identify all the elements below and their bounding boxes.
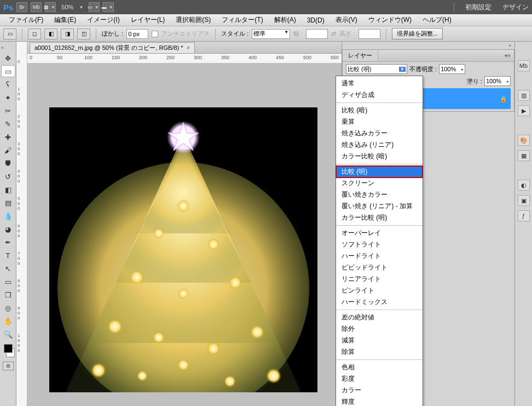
- blend-option[interactable]: スクリーン: [336, 178, 423, 189]
- blend-option[interactable]: リニアライト: [336, 273, 423, 285]
- layers-tab[interactable]: レイヤー: [343, 50, 378, 61]
- shape-tool-icon[interactable]: ▭: [1, 276, 15, 288]
- blend-option[interactable]: 焼き込み (リニア): [336, 139, 423, 151]
- panel-menu-icon[interactable]: ▾≡: [505, 53, 511, 59]
- swatches-icon[interactable]: ▦: [518, 150, 530, 161]
- color-swatches[interactable]: [0, 344, 16, 357]
- menu-view[interactable]: 表示(V): [330, 14, 363, 26]
- minibridge-button[interactable]: Mb: [31, 2, 42, 12]
- blend-option[interactable]: カラー比較 (暗): [336, 151, 423, 162]
- document-tab[interactable]: a0001_012652_m.jpg @ 50% (背景 のコピー, RGB/8…: [30, 42, 195, 53]
- foreground-swatch[interactable]: [4, 344, 13, 353]
- opacity-input[interactable]: 100%▸: [439, 64, 465, 74]
- dodge-tool-icon[interactable]: ◕: [1, 223, 15, 235]
- blend-option[interactable]: 焼き込みカラー: [336, 128, 423, 139]
- close-tab-icon[interactable]: ×: [187, 44, 190, 51]
- blend-option[interactable]: 覆い焼きカラー: [336, 189, 423, 201]
- blend-option[interactable]: 彩度: [336, 373, 423, 385]
- menu-3d[interactable]: 3D(D): [302, 15, 330, 26]
- healing-tool-icon[interactable]: ✚: [1, 131, 15, 143]
- blend-option[interactable]: カラー比較 (明): [336, 212, 423, 224]
- eyedropper-tool-icon[interactable]: ✎: [1, 118, 15, 130]
- blend-option[interactable]: 比較 (暗): [336, 105, 423, 116]
- adjustments-icon[interactable]: ◐: [518, 180, 530, 191]
- zoom-tool-icon[interactable]: 🔍: [1, 328, 15, 340]
- color-icon[interactable]: 🎨: [518, 135, 530, 146]
- actions-icon[interactable]: ▶: [518, 105, 530, 116]
- blend-option[interactable]: 通常: [336, 78, 423, 89]
- crop-tool-icon[interactable]: ✂: [1, 105, 15, 117]
- eraser-tool-icon[interactable]: ◧: [1, 184, 15, 196]
- menu-image[interactable]: イメージ(I): [82, 14, 125, 26]
- style-select[interactable]: 標準 ▼: [252, 29, 290, 39]
- toolbox-collapse-icon[interactable]: «: [0, 44, 16, 52]
- selmode-sub-icon[interactable]: ◨: [61, 28, 74, 39]
- gradient-tool-icon[interactable]: ▤: [1, 197, 15, 209]
- view-extras-button[interactable]: ▭▼: [89, 2, 100, 12]
- viewarrange-button[interactable]: ▦▼: [45, 2, 56, 12]
- blend-option[interactable]: 乗算: [336, 116, 423, 128]
- menu-layer[interactable]: レイヤー(L): [125, 14, 171, 26]
- marquee-tool-icon[interactable]: ▭: [1, 65, 15, 77]
- quickmask-icon[interactable]: [3, 362, 14, 370]
- hand-tool-icon[interactable]: ✋: [1, 315, 15, 327]
- blend-option[interactable]: 比較 (明): [336, 166, 423, 178]
- menu-analysis[interactable]: 解析(A): [269, 14, 302, 26]
- blend-option[interactable]: 除算: [336, 346, 423, 358]
- blend-option[interactable]: ソフトライト: [336, 239, 423, 250]
- lasso-tool-icon[interactable]: ʕ: [1, 78, 15, 90]
- refine-edge-button[interactable]: 境界線を調整...: [392, 28, 443, 39]
- fill-input[interactable]: 100%▸: [484, 76, 511, 86]
- blur-tool-icon[interactable]: 💧: [1, 210, 15, 222]
- workspace-essentials[interactable]: 初期設定: [465, 3, 491, 12]
- wand-tool-icon[interactable]: ✦: [1, 92, 15, 104]
- feather-input[interactable]: [126, 29, 148, 39]
- menu-help[interactable]: ヘルプ(H): [417, 14, 457, 26]
- 3d-camera-tool-icon[interactable]: ◎: [1, 302, 15, 314]
- path-tool-icon[interactable]: ↖: [1, 262, 15, 275]
- menu-filter[interactable]: フィルター(T): [216, 14, 268, 26]
- blend-mode-dropdown[interactable]: 通常ディザ合成比較 (暗)乗算焼き込みカラー焼き込み (リニア)カラー比較 (暗…: [336, 76, 423, 406]
- blend-option[interactable]: ハードライト: [336, 250, 423, 262]
- zoom-dropdown-icon[interactable]: ▼: [77, 5, 85, 10]
- workspace-design[interactable]: デザイン: [502, 3, 529, 12]
- zoom-level[interactable]: 50%: [61, 4, 73, 10]
- blend-option[interactable]: ビビッドライト: [336, 262, 423, 273]
- type-tool-icon[interactable]: T: [1, 249, 15, 261]
- blend-option[interactable]: ピンライト: [336, 285, 423, 296]
- selmode-new-icon[interactable]: ◻: [28, 28, 41, 39]
- screenmode-button[interactable]: ▬▼: [103, 2, 114, 12]
- blend-option[interactable]: 輝度: [336, 396, 423, 406]
- blend-mode-select[interactable]: 比較 (明)▼: [346, 64, 407, 74]
- blend-option[interactable]: カラー: [336, 385, 423, 396]
- blend-option[interactable]: 覆い焼き (リニア) - 加算: [336, 201, 423, 212]
- blend-option[interactable]: 除外: [336, 323, 423, 335]
- menu-file[interactable]: ファイル(F): [3, 14, 49, 26]
- styles-icon[interactable]: ƒ: [518, 210, 530, 221]
- history-brush-tool-icon[interactable]: ↺: [1, 170, 15, 182]
- brush-tool-icon[interactable]: 🖌: [1, 144, 15, 156]
- pen-tool-icon[interactable]: ✒: [1, 236, 15, 248]
- blend-option[interactable]: 減算: [336, 335, 423, 346]
- bridge-button[interactable]: Br: [16, 2, 27, 12]
- minibridge-icon[interactable]: Mb: [518, 60, 530, 71]
- blend-option[interactable]: ディザ合成: [336, 89, 423, 101]
- canvas[interactable]: [27, 64, 342, 406]
- menu-select[interactable]: 選択範囲(S): [170, 14, 216, 26]
- marquee-tool-icon[interactable]: ▭: [3, 28, 16, 39]
- menu-edit[interactable]: 編集(E): [49, 14, 82, 26]
- app-brand-bar: Ps Br Mb ▦▼ 50% ▼ ▭▼ ▬▼ 初期設定 デザイン: [0, 0, 532, 14]
- selmode-intersect-icon[interactable]: ◫: [77, 28, 90, 39]
- blend-option[interactable]: 色相: [336, 362, 423, 373]
- blend-option[interactable]: オーバーレイ: [336, 227, 423, 239]
- masks-icon[interactable]: ▣: [518, 195, 530, 206]
- blend-option[interactable]: ハードミックス: [336, 296, 423, 308]
- stamp-tool-icon[interactable]: ⛊: [1, 157, 15, 169]
- selmode-add-icon[interactable]: ◧: [44, 28, 57, 39]
- 3d-tool-icon[interactable]: ❒: [1, 289, 15, 301]
- move-tool-icon[interactable]: ✥: [1, 52, 15, 64]
- panels-collapse-icon[interactable]: »: [342, 42, 514, 49]
- menu-window[interactable]: ウィンドウ(W): [363, 14, 417, 26]
- blend-option[interactable]: 差の絶対値: [336, 312, 423, 323]
- history-icon[interactable]: ▥: [518, 90, 530, 101]
